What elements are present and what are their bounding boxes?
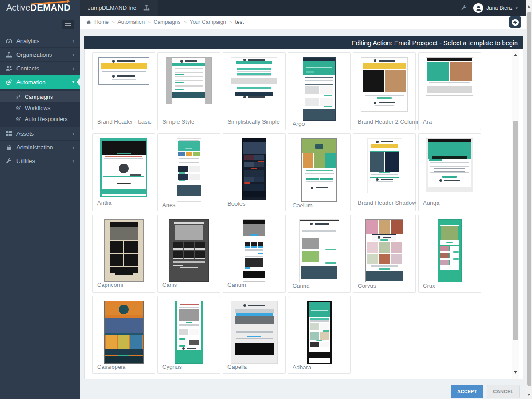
template-card[interactable]: Cygnus — [157, 296, 220, 374]
template-card[interactable]: Argo — [288, 52, 351, 130]
thumb-block — [110, 241, 138, 253]
template-thumbnail — [231, 57, 277, 104]
template-thumbnail — [426, 57, 473, 96]
sidebar-item-utilities[interactable]: Utilities ‹ — [0, 154, 80, 168]
brand-logo-bold: DEMAND — [30, 3, 70, 13]
thumb-block — [366, 271, 403, 281]
template-card[interactable]: Adhara — [288, 296, 351, 374]
template-card[interactable]: Crux — [418, 215, 481, 293]
template-thumbnail — [169, 219, 209, 282]
thumb-block — [302, 149, 336, 153]
template-list-scrollbar[interactable] — [512, 49, 519, 379]
template-card[interactable]: Canis — [157, 215, 220, 293]
template-grid: Brand Header - basicSimple StyleSimplist… — [85, 49, 511, 379]
scrollbar-thumb[interactable] — [527, 12, 531, 386]
thumb-block — [438, 270, 461, 272]
sidebar-item-analytics[interactable]: Analytics ‹ — [0, 34, 80, 48]
template-card[interactable]: Simplistically Simple — [223, 52, 286, 130]
thumb-block — [367, 254, 402, 264]
breadcrumb-automation[interactable]: Automation — [117, 19, 145, 25]
sidebar-item-automation[interactable]: Automation ▾ — [0, 75, 80, 89]
thumb-block — [102, 70, 146, 74]
sidebar-toggle-button[interactable] — [62, 20, 74, 29]
template-card[interactable]: Brand Header - basic — [92, 52, 155, 130]
thumb-block — [104, 158, 143, 162]
thumb-block — [440, 246, 459, 251]
wrench-icon[interactable] — [461, 4, 467, 11]
page-scrollbar[interactable] — [526, 0, 532, 399]
template-card[interactable]: Brand Header 2 Column — [353, 52, 416, 130]
gears-icon — [5, 79, 12, 86]
thumb-block — [237, 75, 271, 78]
template-card[interactable]: Capella — [223, 296, 286, 374]
thumb-block — [363, 63, 406, 69]
template-card[interactable]: Caelum — [288, 133, 351, 211]
thumb-block — [371, 174, 398, 177]
template-name: Ara — [419, 118, 436, 130]
cancel-button[interactable]: CANCEL — [487, 385, 520, 398]
template-name: Brand Header - basic — [93, 118, 156, 130]
thumb-block — [177, 347, 201, 350]
sidebar-item-assets[interactable]: Assets ‹ — [0, 127, 80, 141]
thumb-block — [302, 238, 336, 249]
scroll-up-arrow-icon[interactable] — [528, 4, 530, 8]
collapse-panel-button[interactable] — [509, 16, 521, 28]
scroll-down-arrow-icon[interactable] — [514, 371, 517, 376]
scroll-down-arrow-icon[interactable] — [528, 394, 530, 397]
breadcrumb-home[interactable]: Home — [94, 19, 109, 25]
cogs-icon — [15, 116, 21, 122]
template-card[interactable]: Capricorni — [92, 215, 155, 293]
thumb-block — [243, 220, 265, 224]
thumb-block — [175, 225, 203, 240]
thumb-block — [303, 66, 335, 71]
home-icon — [86, 20, 92, 25]
breadcrumb-campaigns[interactable]: Campaigns — [154, 19, 181, 25]
thumb-block — [244, 184, 264, 191]
thumb-block — [178, 166, 200, 172]
scroll-up-arrow-icon[interactable] — [514, 52, 517, 56]
thumb-block — [427, 62, 472, 81]
template-thumbnail — [98, 57, 149, 85]
user-menu[interactable]: Jana Bienz ▾ — [473, 3, 518, 13]
sidebar-item-workflows[interactable]: Workflows — [0, 102, 80, 113]
template-card[interactable]: Simple Style — [157, 52, 220, 130]
thumb-block — [235, 92, 273, 96]
thumb-block — [177, 324, 201, 327]
sidebar-item-auto-responders[interactable]: Auto Responders — [0, 113, 80, 125]
template-card[interactable]: Bootes — [223, 133, 286, 211]
template-card[interactable]: Auriga — [418, 133, 481, 211]
exchange-icon — [15, 94, 21, 100]
thumb-block — [173, 242, 205, 248]
template-name: Canum — [223, 282, 250, 293]
template-name: Capella — [223, 364, 251, 375]
template-card[interactable]: Canum — [223, 215, 286, 293]
template-card[interactable]: Brand Header Shadow — [353, 133, 416, 211]
sidebar-item-organizations[interactable]: Organizations ‹ — [0, 48, 80, 62]
breadcrumb-separator: > — [184, 20, 186, 25]
sidebar-item-administration[interactable]: Administration ‹ — [0, 141, 80, 154]
thumb-block — [427, 58, 472, 61]
thumb-block — [244, 177, 264, 182]
scrollbar-thumb[interactable] — [513, 121, 518, 340]
thumb-block — [302, 139, 336, 144]
accept-button[interactable]: ACCEPT — [451, 385, 483, 398]
sidebar-item-label: Automation — [16, 79, 46, 86]
thumb-block — [244, 162, 264, 167]
template-card[interactable]: Carina — [288, 215, 351, 293]
template-card[interactable]: Antlia — [92, 133, 155, 211]
brand-logo[interactable]: ActiveDEMAND — [0, 0, 80, 16]
template-card[interactable]: Ara — [418, 52, 481, 130]
editing-action-title: Editing Action: Email Prospect - Select … — [352, 39, 518, 47]
sidebar-item-campaigns[interactable]: Campaigns — [0, 91, 80, 102]
template-card[interactable]: Corvus — [353, 215, 416, 293]
company-name: JumpDEMAND Inc. — [88, 4, 138, 11]
template-thumbnail — [361, 57, 408, 112]
company-menu[interactable]: JumpDEMAND Inc. — [80, 0, 158, 16]
sidebar-item-contacts[interactable]: Contacts ‹ — [0, 62, 80, 75]
breadcrumb-current: test — [235, 19, 243, 25]
template-thumbnail — [367, 138, 402, 193]
breadcrumb-your-campaign[interactable]: Your Campaign — [190, 19, 226, 25]
thumb-block — [244, 170, 264, 177]
template-card[interactable]: Cassiopeia — [92, 296, 155, 374]
template-card[interactable]: Aries — [157, 133, 220, 211]
